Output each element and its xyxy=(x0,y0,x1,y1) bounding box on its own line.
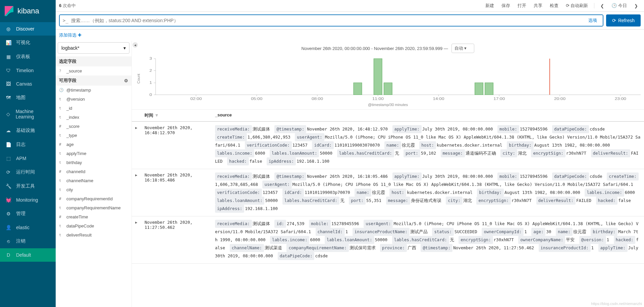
field-key[interactable]: lables.hasCreditCard: xyxy=(392,236,449,244)
histogram-bar[interactable] xyxy=(485,83,493,95)
field-item[interactable]: t_id xyxy=(56,104,131,113)
field-item[interactable]: tchannelName xyxy=(56,176,131,185)
field-key[interactable]: name: xyxy=(384,141,401,149)
field-key[interactable]: birthday: xyxy=(591,228,618,236)
field-item[interactable]: 🕒@timestamp xyxy=(56,86,131,95)
field-item[interactable]: tdataPipeCode xyxy=(56,221,131,231)
field-key[interactable]: @timestamp: xyxy=(274,172,306,181)
field-key[interactable]: @timestamp: xyxy=(421,244,452,252)
field-key[interactable]: deliverResult: xyxy=(536,197,576,205)
field-key[interactable]: message: xyxy=(386,197,410,205)
nav-item-default[interactable]: DDefault xyxy=(0,248,56,262)
field-key[interactable]: port: xyxy=(349,197,366,205)
field-key[interactable]: createTime: xyxy=(607,172,639,181)
col-source-header[interactable]: _source xyxy=(215,112,641,118)
field-key[interactable]: receiveMedia: xyxy=(215,172,252,181)
nav-item-infra[interactable]: ☁基础设施 xyxy=(0,123,56,138)
nav-item-logout[interactable]: ⎋注销 xyxy=(0,234,56,248)
field-item[interactable]: tcompanyRequirementName xyxy=(56,203,131,212)
field-key[interactable]: id: xyxy=(274,220,286,228)
field-item[interactable]: #age xyxy=(56,140,131,149)
nav-item-bar-chart[interactable]: 📊可视化 xyxy=(0,36,56,50)
field-key[interactable]: hacked: xyxy=(596,197,618,205)
field-key[interactable]: encryptSign: xyxy=(476,197,511,205)
expand-row-button[interactable]: ▸ xyxy=(135,125,145,165)
topbar-link[interactable]: 保存 xyxy=(499,1,513,10)
field-item[interactable]: #channelId xyxy=(56,167,131,176)
field-key[interactable]: verificationCode: xyxy=(245,141,292,149)
expand-row-button[interactable]: ▸ xyxy=(135,172,145,213)
field-key[interactable]: dataPipeCode: xyxy=(278,252,315,260)
nav-item-compass[interactable]: ◎Discover xyxy=(0,22,56,36)
field-key[interactable]: lables.loanAmount: xyxy=(215,197,264,205)
expand-row-button[interactable]: ▸ xyxy=(135,220,145,260)
add-filter-link[interactable]: 添加筛选 ✚ xyxy=(59,32,82,38)
nav-item-apm[interactable]: ⬚APM xyxy=(0,152,56,165)
field-key[interactable]: encryptSign: xyxy=(531,149,565,157)
refresh-button[interactable]: ⟳ Refresh xyxy=(606,14,641,27)
nav-item-monitoring[interactable]: 💓Monitoring xyxy=(0,193,56,207)
field-item[interactable]: tapplyTime xyxy=(56,149,131,158)
nav-item-timelion[interactable]: 🛡Timelion xyxy=(0,64,56,77)
nav-item-dashboard[interactable]: ▦仪表板 xyxy=(0,50,56,64)
histogram-bar[interactable] xyxy=(384,83,392,95)
query-input[interactable] xyxy=(71,18,586,23)
field-key[interactable]: lables.income: xyxy=(270,236,309,244)
nav-item-logs[interactable]: 📄日志 xyxy=(0,138,56,152)
field-key[interactable]: idCard: xyxy=(312,141,334,149)
field-key[interactable]: @timestamp: xyxy=(274,125,306,133)
field-key[interactable]: hacked: xyxy=(227,157,249,165)
field-key[interactable]: lables.loanAmount: xyxy=(270,149,319,157)
field-key[interactable]: createTime: xyxy=(215,133,247,141)
nav-item-map[interactable]: 🗺地图 xyxy=(0,91,56,105)
field-key[interactable]: applyTime: xyxy=(392,125,422,133)
nav-item-canvas[interactable]: 🖼Canvas xyxy=(0,77,56,91)
nav-item-ml[interactable]: ◇Machine Learning xyxy=(0,105,56,123)
field-key[interactable]: status: xyxy=(432,228,454,236)
field-key[interactable]: insuranceProductId: xyxy=(539,244,591,252)
field-key[interactable]: receiveMedia: xyxy=(215,125,252,133)
nav-item-user[interactable]: 👤elastic xyxy=(0,221,56,234)
nav-item-uptime[interactable]: ⟳运行时间 xyxy=(0,165,56,179)
field-key[interactable]: province: xyxy=(380,244,407,252)
field-item[interactable]: tbirthday xyxy=(56,158,131,167)
field-key[interactable]: channelName: xyxy=(230,244,264,252)
field-item[interactable]: ?_source xyxy=(56,66,131,75)
topbar-link[interactable]: 打开 xyxy=(515,1,529,10)
field-key[interactable]: applyTime: xyxy=(392,172,422,181)
field-key[interactable]: ipAddress: xyxy=(215,205,244,213)
field-item[interactable]: t_index xyxy=(56,113,131,122)
interval-select[interactable]: 自动 ▾ xyxy=(451,44,475,53)
field-key[interactable]: encryptSign: xyxy=(459,236,493,244)
field-key[interactable]: @version: xyxy=(579,236,606,244)
field-key[interactable]: dataPipeCode: xyxy=(552,125,589,133)
histogram-bar[interactable] xyxy=(354,83,362,95)
nav-item-gear[interactable]: ⚙管理 xyxy=(0,207,56,221)
topbar-link[interactable]: 检查 xyxy=(547,1,561,10)
nav-item-devtools[interactable]: 🔧开发工具 xyxy=(0,179,56,193)
index-pattern-select[interactable]: logback* ▾ xyxy=(58,42,129,54)
histogram-bar[interactable] xyxy=(475,83,483,95)
field-key[interactable]: idCard: xyxy=(282,189,304,197)
histogram-chart[interactable]: 0 1 2 3 02:0005:0008:0011:0014:0017:0020… xyxy=(142,55,641,102)
field-key[interactable]: port: xyxy=(404,149,420,157)
field-key[interactable]: age: xyxy=(531,228,545,236)
field-key[interactable]: lables.hasCreditCard: xyxy=(282,197,339,205)
query-input-wrap[interactable]: >_ 选项 xyxy=(59,14,603,27)
topbar-link[interactable]: 共享 xyxy=(531,1,545,10)
field-key[interactable]: name: xyxy=(556,228,573,236)
field-key[interactable]: verificationCode: xyxy=(215,189,262,197)
col-time-header[interactable]: 时间 ▼ xyxy=(145,112,215,118)
prev-time-button[interactable]: ❮ xyxy=(598,2,607,10)
field-key[interactable]: deliverResult: xyxy=(591,149,630,157)
auto-refresh-link[interactable]: ⟳ 自动刷新 xyxy=(563,1,591,10)
field-key[interactable]: city: xyxy=(500,149,517,157)
field-item[interactable]: #createTime xyxy=(56,212,131,221)
field-key[interactable]: lables.income: xyxy=(585,189,624,197)
field-item[interactable]: tcity xyxy=(56,185,131,194)
field-key[interactable]: receiveMedia: xyxy=(215,220,252,228)
field-key[interactable]: host: xyxy=(389,189,406,197)
histogram-bar[interactable] xyxy=(374,59,382,95)
topbar-link[interactable]: 新建 xyxy=(483,1,497,10)
field-key[interactable]: host: xyxy=(419,141,436,149)
